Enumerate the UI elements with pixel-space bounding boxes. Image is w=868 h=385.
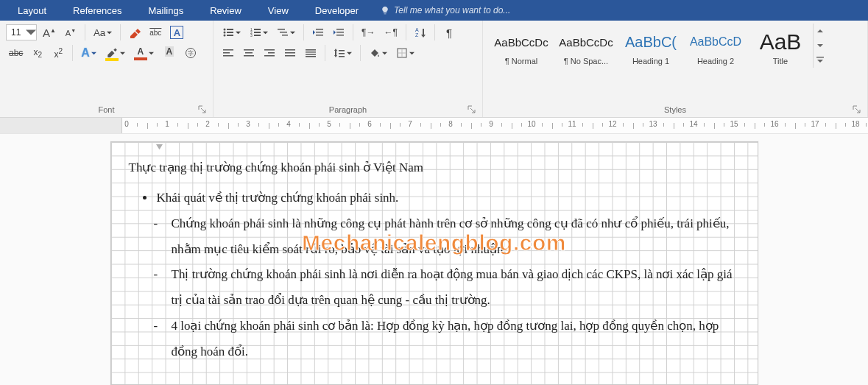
dialog-launcher-icon[interactable]: [198, 105, 207, 114]
document-page[interactable]: Thực trạng thị trường chứng khoán phái s…: [110, 141, 758, 385]
distributed-icon: [305, 47, 317, 59]
enclose-characters-button[interactable]: 字: [182, 44, 200, 62]
svg-rect-17: [316, 29, 323, 30]
dropdown-icon[interactable]: [26, 25, 36, 40]
svg-text:1: 1: [250, 27, 253, 32]
tab-references[interactable]: References: [60, 0, 135, 21]
gallery-up-button[interactable]: [814, 24, 826, 38]
align-right-icon: [264, 47, 275, 59]
character-border-button[interactable]: A: [167, 24, 186, 41]
multilevel-icon: [277, 27, 289, 38]
align-left-button[interactable]: [219, 44, 237, 62]
svg-rect-28: [244, 49, 254, 51]
svg-rect-40: [306, 56, 316, 57]
align-right-button[interactable]: [261, 44, 278, 62]
svg-text:字: 字: [188, 50, 194, 57]
grow-font-button[interactable]: A▲: [40, 24, 59, 41]
multilevel-list-button[interactable]: [274, 24, 298, 41]
svg-rect-32: [268, 52, 275, 54]
subscript-button[interactable]: x2: [29, 44, 46, 62]
eraser-icon: [129, 27, 141, 38]
tell-me-text: Tell me what you want to do...: [394, 5, 510, 15]
increase-indent-button[interactable]: [330, 24, 347, 41]
align-center-button[interactable]: [240, 44, 258, 62]
doc-item-1[interactable]: Thị trường chứng khoán phái sinh là nơi …: [170, 262, 740, 314]
gallery-more-button[interactable]: [814, 53, 826, 68]
style-item-3[interactable]: AaBbCcDHeading 2: [683, 24, 748, 68]
font-size-combo[interactable]: [6, 24, 37, 40]
svg-rect-27: [223, 55, 233, 57]
group-label-font: Font: [6, 104, 207, 116]
tab-view[interactable]: View: [255, 0, 302, 21]
horizontal-ruler[interactable]: 012345678910111213141516171819: [0, 118, 868, 134]
svg-rect-16: [282, 35, 288, 36]
svg-rect-9: [254, 29, 261, 30]
tab-layout[interactable]: Layout: [4, 0, 60, 21]
svg-text:2: 2: [250, 30, 253, 35]
highlight-color-button[interactable]: [102, 44, 128, 62]
svg-rect-30: [244, 55, 254, 57]
tell-me-search[interactable]: Tell me what you want to do...: [372, 5, 519, 15]
svg-rect-11: [254, 32, 261, 33]
font-color-button[interactable]: A: [131, 44, 157, 62]
svg-rect-42: [339, 53, 345, 54]
borders-button[interactable]: [393, 44, 417, 62]
clear-formatting-button[interactable]: [126, 24, 144, 41]
doc-item-0[interactable]: Chứng khoán phái sinh là những công cụ p…: [170, 211, 740, 263]
tab-mailings[interactable]: Mailings: [135, 0, 197, 21]
svg-rect-33: [264, 55, 275, 57]
change-case-button[interactable]: Aa: [91, 24, 115, 41]
dialog-launcher-icon[interactable]: [467, 105, 476, 114]
doc-item-2[interactable]: 4 loại chứng khoán phái sinh cơ bản là: …: [170, 314, 740, 365]
tab-review[interactable]: Review: [197, 0, 255, 21]
svg-rect-29: [245, 52, 253, 54]
doc-bullet[interactable]: Khái quát về thị trường chứng khoán phái…: [155, 186, 740, 211]
svg-text:Z: Z: [415, 32, 419, 38]
ltr-direction-button[interactable]: ¶→: [359, 24, 378, 41]
line-spacing-button[interactable]: [331, 44, 355, 62]
svg-rect-25: [223, 49, 233, 51]
svg-rect-5: [227, 32, 233, 33]
style-item-1[interactable]: AaBbCcDc¶ No Spac...: [554, 24, 618, 68]
svg-point-0: [186, 49, 195, 58]
decrease-indent-button[interactable]: [309, 24, 327, 41]
group-styles: AaBbCcDc¶ NormalAaBbCcDc¶ No Spac...AaBb…: [483, 21, 868, 117]
justify-button[interactable]: [281, 44, 299, 62]
svg-rect-21: [336, 32, 344, 33]
phonetic-guide-button[interactable]: abc: [147, 24, 164, 41]
svg-rect-18: [316, 32, 323, 33]
gallery-down-button[interactable]: [814, 38, 826, 53]
doc-title[interactable]: Thực trạng thị trường chứng khoán phái s…: [129, 155, 740, 181]
group-label-paragraph: Paragraph: [219, 104, 476, 116]
sort-button[interactable]: AZ: [412, 24, 429, 41]
font-size-input[interactable]: [7, 27, 26, 38]
show-hide-button[interactable]: ¶: [440, 24, 458, 41]
style-item-2[interactable]: AaBbC(Heading 1: [618, 24, 683, 68]
bullets-button[interactable]: [219, 24, 244, 41]
svg-text:A: A: [415, 27, 419, 32]
numbering-button[interactable]: 123: [247, 24, 271, 41]
document-content[interactable]: Thực trạng thị trường chứng khoán phái s…: [111, 142, 758, 371]
svg-rect-47: [816, 57, 824, 58]
distributed-button[interactable]: [302, 44, 320, 62]
styles-gallery: AaBbCcDc¶ NormalAaBbCcDc¶ No Spac...AaBb…: [489, 24, 861, 68]
strikethrough-button[interactable]: abc: [6, 44, 26, 62]
borders-icon: [396, 47, 408, 59]
text-effects-button[interactable]: A: [78, 44, 99, 62]
shrink-font-button[interactable]: A▼: [62, 24, 80, 41]
dialog-launcher-icon[interactable]: [853, 105, 861, 114]
document-area: Thực trạng thị trường chứng khoán phái s…: [0, 134, 868, 385]
shading-button[interactable]: [366, 44, 390, 62]
tab-developer[interactable]: Developer: [302, 0, 372, 21]
svg-rect-43: [339, 56, 345, 57]
svg-rect-36: [285, 55, 295, 57]
style-item-4[interactable]: AaBTitle: [748, 24, 813, 68]
rtl-direction-button[interactable]: ←¶: [381, 24, 400, 41]
svg-rect-19: [316, 35, 323, 36]
style-item-0[interactable]: AaBbCcDc¶ Normal: [489, 24, 554, 68]
align-left-icon: [222, 47, 234, 59]
svg-rect-37: [306, 49, 316, 51]
superscript-button[interactable]: x2: [49, 44, 67, 62]
character-shading-button[interactable]: A: [160, 44, 179, 62]
sort-icon: AZ: [414, 27, 426, 38]
